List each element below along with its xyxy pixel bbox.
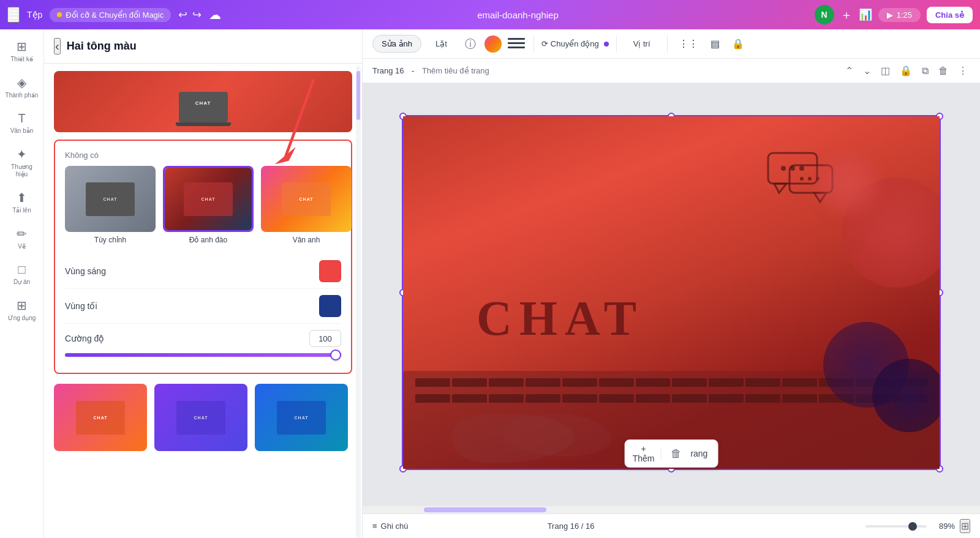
top-bar: ☰ Tệp Đổi cỡ & Chuyển đổi Magic ↩ ↪ ☁ em… xyxy=(0,0,980,29)
page-preview-button[interactable]: ◫ xyxy=(878,62,892,79)
vi-tri-button[interactable]: Vị trí xyxy=(624,35,660,53)
sidebar-label-tai-len: Tải lên xyxy=(12,207,31,214)
sidebar-item-thanh-phan[interactable]: ◈ Thành phần xyxy=(2,70,42,104)
canvas-image: CHAT xyxy=(403,116,940,469)
chuyen-dong-button[interactable]: ⟳ Chuyển động xyxy=(541,39,609,48)
copy-page-button[interactable]: ⧉ xyxy=(919,63,931,79)
bottom-thumb-1[interactable]: CHAT xyxy=(54,384,147,451)
project-icon: □ xyxy=(18,263,25,277)
bottom-thumb-3[interactable]: CHAT xyxy=(255,384,348,451)
toolbar-separator xyxy=(533,35,534,53)
zoom-controls: 89% ⊞ xyxy=(865,519,970,533)
more-page-options-button[interactable]: ⋮ xyxy=(956,62,970,79)
panel-header: ‹ Hai tông màu xyxy=(44,29,362,64)
sidebar-item-thuong-hieu[interactable]: ✦ Thương hiệu xyxy=(2,142,42,183)
filter-thumb-van-anh[interactable]: CHAT Vân anh xyxy=(261,166,352,244)
sua-anh-button[interactable]: Sửa ảnh xyxy=(372,35,421,53)
info-button[interactable]: ⓘ xyxy=(461,33,480,55)
color-picker-button[interactable] xyxy=(484,35,502,53)
vung-toi-label: Vùng tối xyxy=(65,301,97,311)
scrollbar-thumb xyxy=(356,71,360,120)
lat-button[interactable]: Lặt xyxy=(426,35,456,53)
vung-toi-swatch[interactable] xyxy=(319,295,341,317)
filter-thumb-do-anh-dao[interactable]: CHAT Đỏ anh đào xyxy=(163,166,254,244)
sidebar-item-tai-len[interactable]: ⬆ Tải lên xyxy=(2,185,42,219)
magic-label: Đổi cỡ & Chuyển đổi Magic xyxy=(66,10,164,20)
trash-icon[interactable]: 🗑 xyxy=(667,447,685,460)
undo-button[interactable]: ↩ xyxy=(178,8,187,21)
sidebar-label-du-an: Dự án xyxy=(13,278,30,286)
add-page-divider xyxy=(661,447,662,460)
notes-button[interactable]: ≡ Ghi chú xyxy=(372,521,408,531)
analytics-icon[interactable]: 📊 xyxy=(859,8,872,21)
lock-page-button[interactable]: 🔒 xyxy=(897,62,914,79)
play-icon: ▶ xyxy=(887,10,893,20)
page-indicator-bar: Trang 16 - Thêm tiêu đề trang ⌃ ⌄ ◫ 🔒 ⧉ … xyxy=(363,59,980,83)
undo-redo-nav: ↩ ↪ xyxy=(178,8,202,21)
delete-page-button[interactable]: 🗑 xyxy=(936,63,951,79)
vertical-scrollbar[interactable] xyxy=(356,66,361,538)
text-icon: T xyxy=(18,111,25,125)
play-button[interactable]: ▶ 1:25 xyxy=(878,8,921,22)
sidebar-label-van-ban: Văn bản xyxy=(10,127,34,135)
design-icon: ⊞ xyxy=(17,39,27,54)
magic-resize-button[interactable]: Đổi cỡ & Chuyển đổi Magic xyxy=(50,8,171,22)
svg-point-11 xyxy=(800,177,804,181)
add-page-label: + Thêm xyxy=(633,444,655,463)
format-button[interactable]: ▤ xyxy=(707,34,723,53)
chevron-down-button[interactable]: ⌄ xyxy=(861,62,873,79)
apps-icon: ⊞ xyxy=(17,298,27,313)
sidebar-item-ung-dung[interactable]: ⊞ Ứng dụng xyxy=(2,293,42,327)
elements-icon: ◈ xyxy=(17,75,26,90)
sidebar-item-van-ban[interactable]: T Văn bản xyxy=(2,106,42,140)
filter-label-do-anh-dao: Đỏ anh đào xyxy=(189,236,227,244)
redo-button[interactable]: ↪ xyxy=(192,8,202,21)
sidebar-item-du-an[interactable]: □ Dự án xyxy=(2,258,42,291)
red-arrow-indicator xyxy=(270,73,343,174)
document-title[interactable]: email-doanh-nghiep xyxy=(228,10,807,20)
intensity-slider[interactable] xyxy=(65,353,341,357)
canvas-viewport[interactable]: CHAT xyxy=(363,83,980,538)
chevron-up-button[interactable]: ⌃ xyxy=(843,62,856,79)
sidebar-label-thiet-ke: Thiết kế xyxy=(10,56,32,63)
share-button[interactable]: Chia sẻ xyxy=(927,7,973,23)
motion-icon: ⟳ xyxy=(541,39,548,48)
sphere-4 xyxy=(817,153,878,214)
svg-rect-4 xyxy=(508,47,525,48)
user-avatar[interactable]: N xyxy=(815,5,834,24)
add-collaborator-button[interactable]: ＋ xyxy=(840,7,853,23)
toolbar-sep-2 xyxy=(616,35,617,53)
add-title-hint[interactable]: Thêm tiêu đề trang xyxy=(422,66,489,75)
svg-point-8 xyxy=(799,166,804,171)
grid-view-button[interactable]: ⊞ xyxy=(960,519,970,533)
back-button[interactable]: ‹ xyxy=(54,38,61,54)
page-sep: - xyxy=(412,65,415,77)
bottom-bar: ≡ Ghi chú Trang 16 / 16 89% ⊞ xyxy=(363,514,980,538)
lines-button[interactable] xyxy=(507,38,526,50)
grid-button[interactable]: ⋮⋮ xyxy=(675,34,702,53)
notes-icon: ≡ xyxy=(372,521,377,531)
add-page-button[interactable]: + Thêm 🗑 rang xyxy=(625,439,718,468)
sidebar-label-thanh-phan: Thành phần xyxy=(6,92,39,99)
zoom-percentage: 89% xyxy=(932,521,955,531)
file-menu[interactable]: Tệp xyxy=(27,10,42,20)
intensity-input[interactable]: 100 xyxy=(309,330,341,347)
filter-thumb-tuy-chinh[interactable]: CHAT Tùy chỉnh xyxy=(65,166,156,244)
sidebar-item-thiet-ke[interactable]: ⊞ Thiết kế xyxy=(2,34,42,68)
toolbar-sep-3 xyxy=(667,35,668,53)
menu-button[interactable]: ☰ xyxy=(7,7,20,23)
play-time: 1:25 xyxy=(897,10,912,20)
vung-sang-swatch[interactable] xyxy=(319,260,341,282)
zoom-slider-thumb[interactable] xyxy=(908,522,917,531)
sidebar-item-ve[interactable]: ✏ Vẽ xyxy=(2,222,42,255)
slider-thumb[interactable] xyxy=(330,349,341,361)
lock-button[interactable]: 🔒 xyxy=(728,34,748,53)
horizontal-scrollbar[interactable] xyxy=(363,506,980,514)
filter-thumbs-row: CHAT Tùy chỉnh CHAT xyxy=(65,166,341,244)
magic-dot-icon xyxy=(57,12,62,17)
brand-icon: ✦ xyxy=(17,147,27,162)
sidebar-label-ung-dung: Ứng dụng xyxy=(8,315,36,322)
svg-line-0 xyxy=(285,80,314,157)
zoom-slider[interactable] xyxy=(865,525,927,528)
bottom-thumb-2[interactable]: CHAT xyxy=(154,384,247,451)
